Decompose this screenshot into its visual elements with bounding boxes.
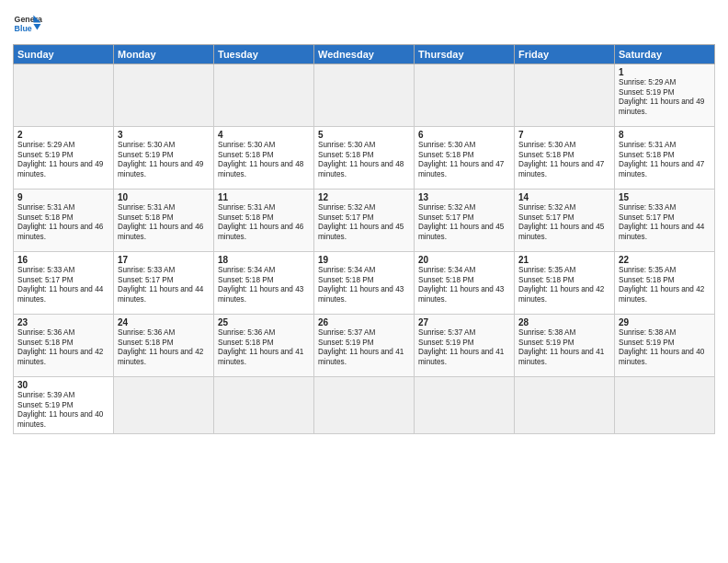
day-info: Sunset: 5:18 PM <box>218 151 310 161</box>
day-info: Sunset: 5:18 PM <box>118 213 210 224</box>
calendar-cell: 10Sunrise: 5:31 AMSunset: 5:18 PMDayligh… <box>114 190 214 252</box>
day-info: Daylight: 11 hours and 43 minutes. <box>218 285 310 304</box>
day-number: 4 <box>218 130 310 140</box>
day-info: Sunrise: 5:37 AM <box>318 328 410 339</box>
calendar-cell: 29Sunrise: 5:38 AMSunset: 5:19 PMDayligh… <box>615 315 715 377</box>
day-info: Daylight: 11 hours and 47 minutes. <box>518 160 610 179</box>
calendar-cell: 18Sunrise: 5:34 AMSunset: 5:18 PMDayligh… <box>214 252 314 315</box>
day-number: 19 <box>318 255 410 265</box>
calendar-cell: 2Sunrise: 5:29 AMSunset: 5:19 PMDaylight… <box>14 127 114 190</box>
day-info: Sunrise: 5:29 AM <box>17 141 109 151</box>
day-info: Sunset: 5:18 PM <box>318 276 410 286</box>
calendar-cell: 9Sunrise: 5:31 AMSunset: 5:18 PMDaylight… <box>14 190 114 252</box>
day-info: Daylight: 11 hours and 48 minutes. <box>218 160 310 179</box>
day-number: 2 <box>17 130 109 140</box>
day-info: Daylight: 11 hours and 45 minutes. <box>318 223 410 242</box>
svg-marker-3 <box>33 24 40 29</box>
day-number: 29 <box>619 317 711 327</box>
day-info: Sunset: 5:18 PM <box>318 151 410 161</box>
day-info: Daylight: 11 hours and 45 minutes. <box>418 223 510 242</box>
calendar-cell: 5Sunrise: 5:30 AMSunset: 5:18 PMDaylight… <box>314 127 415 190</box>
calendar-cell: 24Sunrise: 5:36 AMSunset: 5:18 PMDayligh… <box>114 315 214 377</box>
day-info: Sunrise: 5:39 AM <box>17 391 109 401</box>
day-number: 3 <box>118 130 210 140</box>
day-info: Sunset: 5:18 PM <box>218 213 310 224</box>
day-number: 21 <box>518 255 610 265</box>
day-info: Sunset: 5:19 PM <box>17 151 109 161</box>
day-info: Sunset: 5:18 PM <box>17 213 109 224</box>
day-info: Daylight: 11 hours and 41 minutes. <box>518 348 610 367</box>
day-info: Sunrise: 5:38 AM <box>619 328 711 339</box>
calendar-cell: 8Sunrise: 5:31 AMSunset: 5:18 PMDaylight… <box>615 127 715 190</box>
day-number: 16 <box>17 255 109 265</box>
col-header-thursday: Thursday <box>415 45 515 64</box>
calendar-cell: 20Sunrise: 5:34 AMSunset: 5:18 PMDayligh… <box>415 252 515 315</box>
col-header-friday: Friday <box>515 45 615 64</box>
calendar-cell: 13Sunrise: 5:32 AMSunset: 5:17 PMDayligh… <box>415 190 515 252</box>
svg-text:General: General <box>15 15 42 24</box>
day-info: Sunset: 5:18 PM <box>418 151 510 161</box>
day-info: Sunrise: 5:29 AM <box>619 78 711 88</box>
calendar-cell: 19Sunrise: 5:34 AMSunset: 5:18 PMDayligh… <box>314 252 415 315</box>
calendar-cell: 28Sunrise: 5:38 AMSunset: 5:19 PMDayligh… <box>515 315 615 377</box>
calendar-cell: 1Sunrise: 5:29 AMSunset: 5:19 PMDaylight… <box>615 64 715 127</box>
day-info: Sunrise: 5:35 AM <box>518 266 610 276</box>
day-info: Sunrise: 5:34 AM <box>418 266 510 276</box>
day-info: Sunset: 5:17 PM <box>518 213 610 224</box>
day-info: Daylight: 11 hours and 41 minutes. <box>218 348 310 367</box>
day-info: Daylight: 11 hours and 41 minutes. <box>418 348 510 367</box>
day-info: Daylight: 11 hours and 43 minutes. <box>318 285 410 304</box>
day-info: Sunrise: 5:30 AM <box>218 141 310 151</box>
svg-text:Blue: Blue <box>15 24 32 33</box>
day-info: Sunset: 5:19 PM <box>518 339 610 349</box>
col-header-sunday: Sunday <box>14 45 114 64</box>
calendar-cell: 11Sunrise: 5:31 AMSunset: 5:18 PMDayligh… <box>214 190 314 252</box>
day-number: 22 <box>619 255 711 265</box>
logo: General Blue <box>13 9 42 39</box>
day-info: Sunset: 5:18 PM <box>619 151 711 161</box>
page-header: General Blue <box>13 9 715 39</box>
calendar-cell: 21Sunrise: 5:35 AMSunset: 5:18 PMDayligh… <box>515 252 615 315</box>
day-number: 13 <box>418 192 510 202</box>
calendar-cell <box>214 64 314 127</box>
day-number: 9 <box>17 192 109 202</box>
day-number: 18 <box>218 255 310 265</box>
day-info: Sunset: 5:18 PM <box>118 339 210 349</box>
day-number: 20 <box>418 255 510 265</box>
calendar-cell: 17Sunrise: 5:33 AMSunset: 5:17 PMDayligh… <box>114 252 214 315</box>
calendar-cell: 6Sunrise: 5:30 AMSunset: 5:18 PMDaylight… <box>415 127 515 190</box>
day-info: Sunrise: 5:36 AM <box>218 328 310 339</box>
day-info: Sunrise: 5:31 AM <box>619 141 711 151</box>
day-info: Daylight: 11 hours and 42 minutes. <box>518 285 610 304</box>
day-info: Sunrise: 5:30 AM <box>418 141 510 151</box>
day-info: Sunrise: 5:33 AM <box>17 266 109 276</box>
day-info: Daylight: 11 hours and 44 minutes. <box>17 285 109 304</box>
day-info: Sunrise: 5:31 AM <box>218 203 310 213</box>
calendar-cell <box>14 64 114 127</box>
day-info: Sunrise: 5:35 AM <box>619 266 711 276</box>
calendar-cell: 22Sunrise: 5:35 AMSunset: 5:18 PMDayligh… <box>615 252 715 315</box>
day-info: Daylight: 11 hours and 46 minutes. <box>17 223 109 242</box>
calendar-cell <box>114 377 214 434</box>
day-info: Sunset: 5:19 PM <box>118 151 210 161</box>
day-info: Sunrise: 5:31 AM <box>118 203 210 213</box>
day-info: Sunrise: 5:36 AM <box>118 328 210 339</box>
calendar-cell <box>314 64 415 127</box>
col-header-saturday: Saturday <box>615 45 715 64</box>
day-info: Daylight: 11 hours and 40 minutes. <box>17 410 109 430</box>
day-number: 24 <box>118 317 210 327</box>
day-info: Sunset: 5:17 PM <box>619 213 711 224</box>
day-info: Sunrise: 5:33 AM <box>118 266 210 276</box>
calendar-cell: 7Sunrise: 5:30 AMSunset: 5:18 PMDaylight… <box>515 127 615 190</box>
calendar-cell: 15Sunrise: 5:33 AMSunset: 5:17 PMDayligh… <box>615 190 715 252</box>
calendar-cell <box>515 377 615 434</box>
day-info: Daylight: 11 hours and 49 minutes. <box>118 160 210 179</box>
day-info: Sunrise: 5:32 AM <box>418 203 510 213</box>
calendar-cell: 4Sunrise: 5:30 AMSunset: 5:18 PMDaylight… <box>214 127 314 190</box>
day-info: Sunset: 5:18 PM <box>218 276 310 286</box>
day-info: Sunrise: 5:38 AM <box>518 328 610 339</box>
day-info: Daylight: 11 hours and 48 minutes. <box>318 160 410 179</box>
day-info: Daylight: 11 hours and 49 minutes. <box>17 160 109 179</box>
day-number: 7 <box>518 130 610 140</box>
day-number: 11 <box>218 192 310 202</box>
